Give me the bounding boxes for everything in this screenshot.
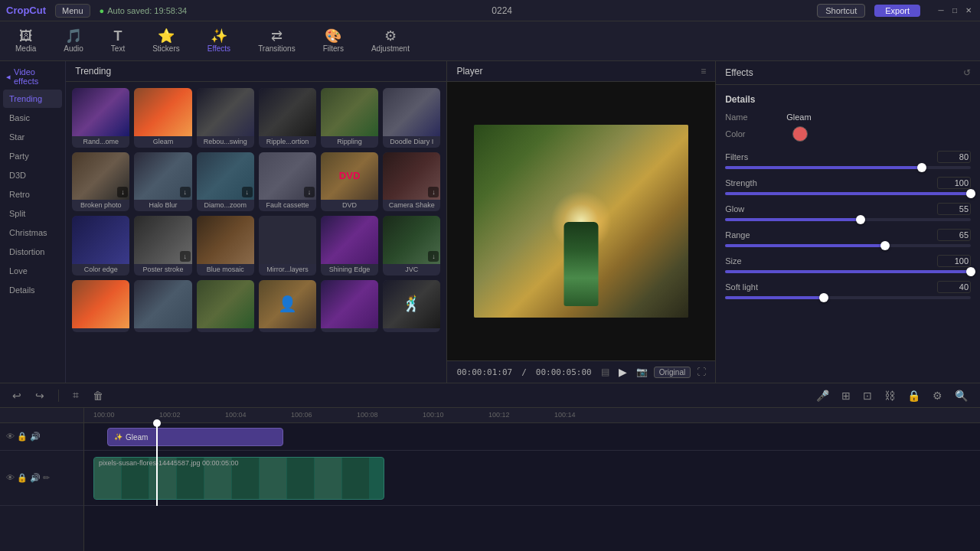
playhead[interactable] xyxy=(156,423,158,506)
sidebar-item-star[interactable]: Star xyxy=(3,128,62,146)
transitions-tool[interactable]: ⇄ Transitions xyxy=(252,26,302,56)
sidebar-item-basic[interactable]: Basic xyxy=(3,109,62,127)
fullscreen-icon[interactable]: ⛶ xyxy=(697,367,706,377)
size-input[interactable] xyxy=(937,255,971,267)
effect-dvd[interactable]: DVD DVD xyxy=(321,152,378,212)
filters-input[interactable] xyxy=(937,151,971,163)
split-button[interactable]: ⌗ xyxy=(70,387,82,403)
effect-random[interactable]: Rand...ome xyxy=(72,88,129,148)
video-clip[interactable]: pixels-susan-flores-14445587.jpg 00:00:0… xyxy=(93,457,384,500)
media-tool[interactable]: 🖼 Media xyxy=(9,26,42,56)
delete-button[interactable]: 🗑 xyxy=(90,388,106,403)
timeline-main: 100:00 100:02 100:04 100:06 100:08 100:1… xyxy=(84,408,980,551)
effect-r4c[interactable] xyxy=(197,280,254,332)
effect-mosaic[interactable]: Blue mosaic xyxy=(197,216,254,276)
size-thumb xyxy=(966,267,975,276)
minimize-button[interactable]: ─ xyxy=(936,5,946,16)
video-eye-icon[interactable]: 👁 xyxy=(6,473,15,483)
topbar: CropCut Menu Auto saved: 19:58:34 0224 S… xyxy=(0,0,980,21)
player-menu-icon[interactable]: ≡ xyxy=(701,66,706,77)
video-audio-icon[interactable]: 🔊 xyxy=(30,473,41,483)
tl-audio-button[interactable]: 🎤 xyxy=(813,388,832,403)
effect-eye-icon[interactable]: 👁 xyxy=(6,432,15,442)
effect-label-ripple-ortion: Ripple...ortion xyxy=(259,136,316,148)
range-slider[interactable] xyxy=(725,244,971,247)
strength-slider[interactable] xyxy=(725,192,971,195)
effect-r4b[interactable] xyxy=(134,280,191,332)
effect-gleam[interactable]: Gleam xyxy=(134,88,191,148)
tl-zoom-button[interactable]: 🔍 xyxy=(952,388,971,403)
effect-mirror[interactable]: Mirror...layers xyxy=(259,216,316,276)
audio-tool[interactable]: 🎵 Audio xyxy=(57,26,90,56)
stickers-tool[interactable]: ⭐ Stickers xyxy=(146,26,186,56)
effects-refresh-icon[interactable]: ↺ xyxy=(963,67,971,78)
sidebar-item-distortion[interactable]: Distortion xyxy=(3,243,62,261)
gleam-clip[interactable]: ✨ Gleam xyxy=(107,428,283,446)
redo-button[interactable]: ↪ xyxy=(32,388,47,403)
size-slider-row: Size xyxy=(725,255,971,273)
sidebar-item-d3d[interactable]: D3D xyxy=(3,166,62,184)
effect-lock-icon[interactable]: 🔒 xyxy=(17,432,28,442)
effect-ripple-ortion[interactable]: Ripple...ortion xyxy=(259,88,316,148)
effect-rebou[interactable]: Rebou...swing xyxy=(197,88,254,148)
effect-r4e[interactable] xyxy=(321,280,378,332)
sidebar-item-love[interactable]: Love xyxy=(3,262,62,280)
video-bottle xyxy=(564,222,599,306)
effect-shining[interactable]: Shining Edge xyxy=(321,216,378,276)
sidebar-item-christmas[interactable]: Christmas xyxy=(3,223,62,242)
effect-diamo[interactable]: ↓ Diamo...zoom xyxy=(197,152,254,212)
adjustment-tool[interactable]: ⚙ Adjustment xyxy=(365,26,416,56)
play-button[interactable]: ▶ xyxy=(619,366,627,378)
window-controls: ─ □ ✕ xyxy=(936,5,974,16)
effect-rippling[interactable]: Rippling xyxy=(321,88,378,148)
sidebar-item-details[interactable]: Details xyxy=(3,281,62,299)
tl-snap-button[interactable]: ⊞ xyxy=(838,388,854,403)
effects-panel-header: Trending xyxy=(66,61,446,82)
effect-broken[interactable]: ↓ Broken photo xyxy=(72,152,129,212)
glow-input[interactable] xyxy=(937,203,971,215)
tl-lock-button[interactable]: 🔒 xyxy=(904,388,923,403)
filters-slider[interactable] xyxy=(725,166,971,169)
close-button[interactable]: ✕ xyxy=(963,5,974,16)
sidebar-item-trending[interactable]: Trending xyxy=(3,90,62,108)
effect-coloredge[interactable]: Color edge xyxy=(72,216,129,276)
effect-audio-icon[interactable]: 🔊 xyxy=(30,432,41,442)
softlight-input[interactable] xyxy=(937,281,971,293)
tl-fit-button[interactable]: ⊡ xyxy=(860,388,875,403)
effect-r4d[interactable]: 👤 xyxy=(259,280,316,332)
effect-r4f[interactable]: 🕺 xyxy=(383,280,440,332)
effect-poster[interactable]: ↓ Poster stroke xyxy=(134,216,191,276)
menu-button[interactable]: Menu xyxy=(55,4,90,18)
undo-button[interactable]: ↩ xyxy=(9,388,24,403)
glow-thumb xyxy=(856,215,865,224)
effect-doodle[interactable]: Doodle Diary I xyxy=(383,88,440,148)
sidebar-item-retro[interactable]: Retro xyxy=(3,185,62,204)
snapshot-icon[interactable]: 📷 xyxy=(636,367,648,377)
video-pen-icon[interactable]: ✏ xyxy=(43,473,50,483)
filters-tool[interactable]: 🎨 Filters xyxy=(317,26,350,56)
video-lock-icon[interactable]: 🔒 xyxy=(17,473,28,483)
effects-tool[interactable]: ✨ Effects xyxy=(201,26,237,56)
effect-r4a[interactable] xyxy=(72,280,129,332)
effect-camshake[interactable]: ↓ Camera Shake xyxy=(383,152,440,212)
tl-link-button[interactable]: ⛓ xyxy=(881,388,898,403)
text-tool[interactable]: T Text xyxy=(105,26,131,56)
vthumb-10 xyxy=(342,458,370,499)
range-input[interactable] xyxy=(937,229,971,241)
effect-fault[interactable]: ↓ Fault cassette xyxy=(259,152,316,212)
maximize-button[interactable]: □ xyxy=(949,5,960,16)
sidebar-item-party[interactable]: Party xyxy=(3,147,62,165)
export-button[interactable]: Export xyxy=(874,5,920,17)
size-slider[interactable] xyxy=(725,270,971,273)
sidebar-item-split[interactable]: Split xyxy=(3,204,62,223)
effect-jvc[interactable]: ↓ JVC xyxy=(383,216,440,276)
shortcut-button[interactable]: Shortcut xyxy=(817,4,865,18)
strength-input[interactable] xyxy=(937,177,971,189)
softlight-slider[interactable] xyxy=(725,296,971,299)
original-toggle[interactable]: Original xyxy=(654,367,691,378)
tl-settings-button[interactable]: ⚙ xyxy=(929,388,946,403)
effect-halo[interactable]: ↓ Halo Blur xyxy=(134,152,191,212)
glow-slider[interactable] xyxy=(725,218,971,221)
color-swatch[interactable] xyxy=(792,126,808,142)
playhead-handle[interactable] xyxy=(153,419,161,427)
